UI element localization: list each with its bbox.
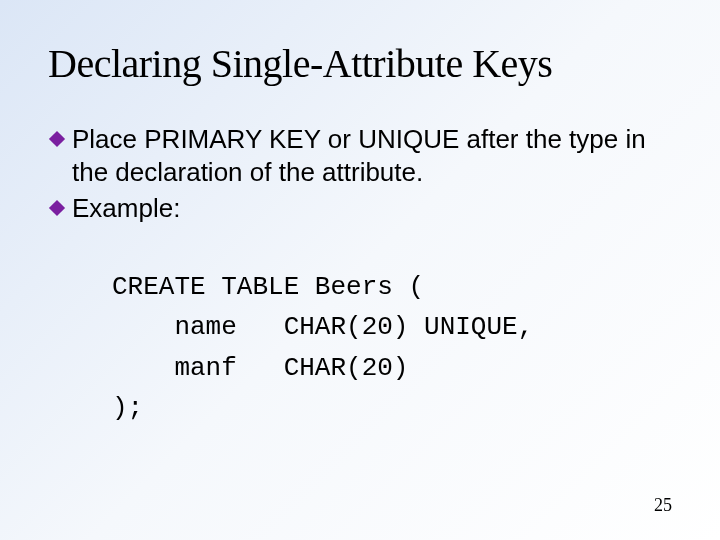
diamond-shape — [49, 199, 65, 215]
code-line: ); — [112, 393, 143, 423]
diamond-bullet-icon — [48, 199, 66, 217]
slide-title: Declaring Single-Attribute Keys — [48, 40, 672, 87]
diamond-shape — [49, 131, 65, 147]
code-block: CREATE TABLE Beers ( name CHAR(20) UNIQU… — [48, 227, 672, 469]
code-line: CREATE TABLE Beers ( — [112, 272, 424, 302]
bullet-text: Place PRIMARY KEY or UNIQUE after the ty… — [72, 123, 672, 190]
bullet-text: Example: — [72, 192, 672, 225]
slide-body: Place PRIMARY KEY or UNIQUE after the ty… — [48, 123, 672, 469]
diamond-bullet-icon — [48, 130, 66, 148]
code-line: manf CHAR(20) — [112, 353, 408, 383]
bullet-item: Example: — [48, 192, 672, 225]
slide: Declaring Single-Attribute Keys Place PR… — [0, 0, 720, 540]
bullet-item: Place PRIMARY KEY or UNIQUE after the ty… — [48, 123, 672, 190]
page-number: 25 — [654, 495, 672, 516]
code-line: name CHAR(20) UNIQUE, — [112, 312, 533, 342]
